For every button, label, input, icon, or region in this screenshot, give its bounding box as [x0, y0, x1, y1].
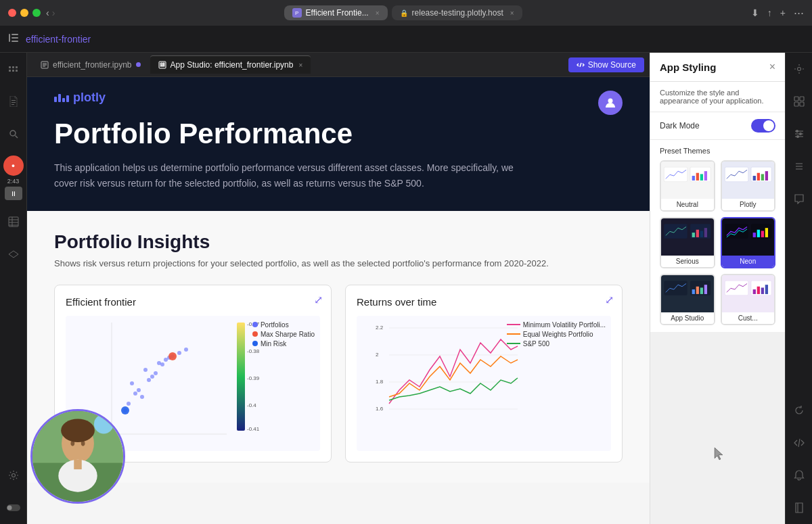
panel-title: App Styling	[660, 62, 716, 73]
minimize-button[interactable]	[20, 9, 28, 17]
svg-rect-101	[696, 287, 699, 294]
maximize-button[interactable]	[32, 9, 41, 17]
chart2-expand-icon[interactable]: ⤢	[605, 293, 614, 306]
svg-rect-73	[696, 173, 699, 181]
theme-neutral[interactable]: Neutral	[660, 160, 715, 212]
right-icon-chat[interactable]	[788, 188, 810, 210]
tab-notebook[interactable]: efficient_frontier.ipynb	[32, 56, 149, 74]
tab1-close[interactable]: ×	[376, 9, 380, 17]
theme-plotly[interactable]: Plotly	[721, 160, 776, 212]
right-icon-refresh[interactable]	[788, 400, 810, 421]
svg-text:2: 2	[376, 352, 379, 358]
svg-rect-96	[765, 228, 767, 237]
user-avatar[interactable]	[598, 91, 623, 115]
svg-rect-55	[237, 323, 245, 431]
svg-point-39	[137, 388, 141, 392]
theme-appstudio[interactable]: App Studio	[660, 274, 715, 325]
panel-close-button[interactable]: ×	[769, 61, 775, 73]
svg-rect-31	[160, 66, 164, 66]
download-icon[interactable]: ⬇	[751, 7, 759, 18]
svg-text:-0.39: -0.39	[247, 375, 260, 381]
logo-bar-1	[54, 97, 57, 102]
svg-point-50	[160, 362, 164, 366]
right-icon-settings[interactable]	[788, 58, 810, 80]
appbar: efficient-frontier	[0, 26, 812, 53]
theme-neon[interactable]: Neon	[721, 217, 776, 268]
svg-rect-105	[725, 281, 748, 295]
tab-appstudio-label: App Studio: efficient_frontier.ipynb	[171, 60, 294, 70]
sidebar-icon-layers[interactable]	[3, 243, 24, 265]
more-options-icon[interactable]: ···	[794, 6, 804, 20]
browser-tab-plotly[interactable]: P Efficient Frontie... ×	[284, 5, 388, 20]
right-icon-grid[interactable]	[788, 91, 810, 112]
sidebar-toggle-icon[interactable]	[8, 32, 19, 46]
right-icon-code[interactable]	[788, 432, 810, 454]
svg-rect-86	[692, 233, 695, 237]
theme-serious[interactable]: Serious	[660, 217, 715, 268]
pause-button[interactable]: ⏸	[5, 187, 22, 200]
new-tab-icon[interactable]: +	[780, 7, 786, 18]
sidebar-icon-file[interactable]	[3, 91, 24, 112]
svg-text:-0.4: -0.4	[247, 402, 256, 408]
plotly-logo: plotly	[54, 91, 106, 105]
svg-rect-98	[664, 281, 687, 295]
browser-tabs: P Efficient Frontie... × 🔒 release-testi…	[60, 5, 745, 20]
right-icon-list[interactable]	[788, 156, 810, 177]
svg-rect-95	[761, 231, 763, 237]
share-icon[interactable]: ↑	[767, 7, 772, 18]
svg-point-49	[147, 378, 151, 382]
sidebar-icon-table[interactable]	[3, 211, 24, 233]
browser-tab-release[interactable]: 🔒 release-testing.plotly.host ×	[392, 5, 522, 20]
svg-rect-115	[800, 102, 804, 106]
svg-point-48	[133, 391, 137, 396]
close-button[interactable]	[8, 9, 16, 17]
right-icon-sliders[interactable]	[788, 123, 810, 145]
svg-rect-135	[74, 460, 81, 469]
max-sharpe-label: Max Sharpe Ratio	[261, 331, 315, 338]
theme-neon-name: Neon	[722, 256, 775, 267]
charts-row: Efficient frontier ⤢	[54, 285, 623, 462]
equal-weights-line	[507, 333, 520, 335]
sidebar-icon-home[interactable]	[3, 58, 24, 80]
svg-rect-4	[9, 66, 11, 68]
right-icon-bell[interactable]	[788, 465, 810, 486]
sp500-label: S&P 500	[523, 340, 549, 348]
legend-equal-weights: Equal Weights Portfolio	[507, 331, 606, 338]
sidebar-icon-settings[interactable]	[3, 465, 24, 486]
show-source-button[interactable]: Show Source	[568, 57, 644, 72]
svg-rect-29	[163, 63, 164, 64]
plotly-favicon: P	[292, 8, 302, 18]
theme-appstudio-chart	[661, 275, 714, 312]
theme-custom[interactable]: Cust...	[721, 274, 776, 325]
dark-mode-toggle[interactable]	[751, 119, 775, 133]
insights-description: Shows risk versus return projections for…	[54, 258, 623, 268]
chart1-expand-icon[interactable]: ⤢	[314, 293, 323, 306]
ef-legend: Portfolios Max Sharpe Ratio Min Risk	[252, 321, 315, 350]
sidebar-icon-search[interactable]	[3, 123, 24, 145]
theme-serious-preview	[661, 218, 714, 256]
browser-tab2-label: release-testing.plotly.host	[412, 8, 503, 18]
svg-point-43	[154, 371, 158, 375]
webcam-overlay	[30, 409, 125, 504]
svg-rect-7	[9, 70, 11, 72]
theme-custom-preview	[722, 275, 775, 312]
svg-point-13	[10, 130, 16, 136]
svg-rect-88	[700, 231, 703, 237]
dark-mode-row: Dark Mode	[660, 119, 775, 133]
svg-point-46	[177, 351, 181, 355]
svg-rect-10	[12, 100, 16, 101]
back-arrow[interactable]: ‹	[46, 7, 49, 18]
tab2-close[interactable]: ×	[510, 9, 514, 17]
svg-rect-113	[800, 97, 804, 101]
sidebar-icon-toggle[interactable]	[3, 497, 24, 519]
svg-point-111	[797, 68, 800, 71]
tab-appstudio-close[interactable]: ×	[298, 62, 302, 69]
svg-rect-2	[12, 37, 18, 39]
tab-appstudio[interactable]: App Studio: efficient_frontier.ipynb ×	[150, 55, 311, 74]
min-vol-label: Minimum Volatility Portfoli...	[523, 321, 606, 329]
forward-arrow[interactable]: ›	[52, 7, 55, 18]
left-sidebar: ● 2:43 ⏸	[0, 53, 27, 524]
right-icon-book[interactable]	[788, 497, 810, 519]
svg-point-120	[799, 133, 801, 135]
svg-rect-79	[752, 176, 755, 181]
